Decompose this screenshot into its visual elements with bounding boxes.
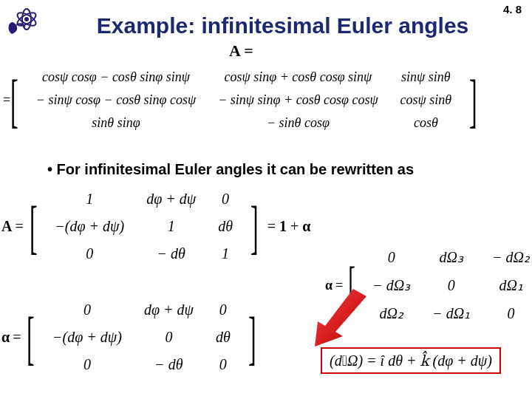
mo-r1c1: 0 [362, 244, 420, 270]
ms-r1c1: 1 [44, 186, 134, 212]
ms-r3c3: 1 [208, 241, 243, 267]
ms-r1c3: 0 [208, 186, 243, 212]
ma-r2c1: −(dφ + dψ) [42, 324, 132, 350]
mo-r1c2: dΩ₃ [422, 244, 480, 270]
equation-a-small: A = [ 1 dφ + dψ 0 −(dφ + dψ) 1 dθ 0 − dθ… [1, 185, 310, 268]
boxed-equation: (d⃗Ω) = î dθ + k̂ (dφ + dψ) [321, 347, 501, 374]
ma-r3c1: 0 [42, 352, 132, 378]
equation-a-equals: A = [229, 41, 253, 61]
ma-r3c2: − dθ [134, 352, 204, 378]
mo-r1c3: − dΩ₂ [482, 244, 532, 270]
mo-r2c3: dΩ₁ [482, 272, 532, 299]
arrow-icon [301, 284, 375, 354]
rhs-identity: = 1 + α [267, 218, 311, 235]
page-number: 4. 8 [503, 3, 522, 16]
m-r3c2: − sinθ cosφ [208, 112, 388, 134]
slide: 4. 8 Example: infinitesimal Euler angles… [0, 0, 532, 399]
ms-r2c3: dθ [208, 214, 243, 239]
mo-r3c3: 0 [482, 300, 532, 327]
ms-r2c2: 1 [136, 214, 206, 239]
bullet-text: • For infinitesimal Euler angles it can … [47, 161, 414, 178]
m-r1c2: cosψ sinφ + cosθ cosφ sinψ [208, 66, 388, 88]
ms-r3c2: − dθ [136, 241, 206, 267]
logo-icon [6, 4, 52, 43]
equation-alpha-matrix: α = [ 0 dφ + dψ 0 −(dφ + dψ) 0 dθ 0 − dθ… [0, 296, 262, 379]
ms-r2c1: −(dφ + dψ) [44, 214, 134, 239]
mo-r3c2: − dΩ₁ [422, 300, 480, 327]
ma-r1c3: 0 [205, 297, 241, 323]
m-r2c3: cosψ sinθ [390, 89, 463, 111]
ms-r1c2: dφ + dψ [136, 186, 206, 212]
m-r2c2: − sinψ sinφ + cosθ cosφ cosψ [208, 89, 388, 111]
m-r3c3: cosθ [390, 112, 463, 134]
ma-r2c2: 0 [134, 324, 204, 350]
matrix-full: = [ cosψ cosφ − cosθ sinφ sinψ cosψ sinφ… [3, 65, 483, 135]
m-r1c3: sinψ sinθ [390, 66, 463, 88]
ma-r1c2: dφ + dψ [134, 297, 204, 323]
m-r1c1: cosψ cosφ − cosθ sinφ sinψ [26, 66, 206, 88]
ma-r2c3: dθ [205, 324, 241, 350]
svg-marker-4 [315, 289, 366, 347]
ms-r3c1: 0 [44, 241, 134, 267]
ma-r3c3: 0 [205, 352, 241, 378]
svg-point-3 [24, 17, 29, 21]
mo-r2c2: 0 [422, 272, 480, 299]
slide-title: Example: infinitesimal Euler angles [78, 13, 488, 38]
m-r3c1: sinθ sinφ [26, 112, 206, 134]
m-r2c1: − sinψ cosφ − cosθ sinφ cosψ [26, 89, 206, 111]
ma-r1c1: 0 [42, 297, 132, 323]
